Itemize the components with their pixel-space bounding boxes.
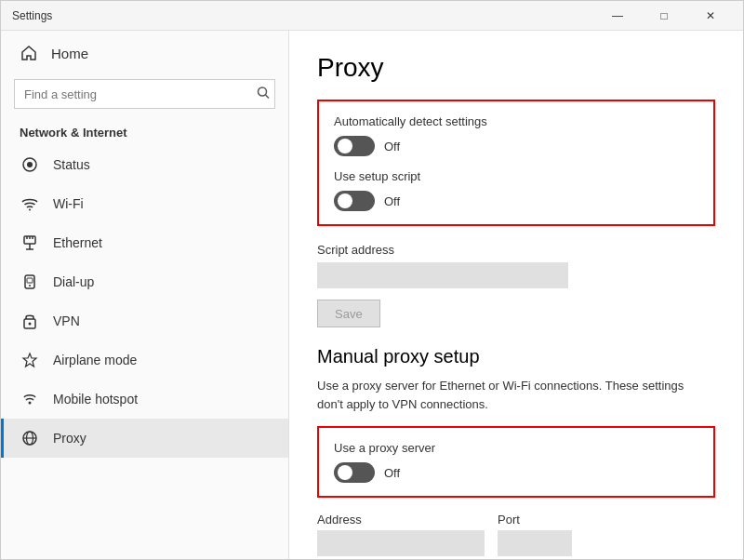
auto-detect-label: Automatically detect settings [334,114,698,128]
setup-script-toggle-label: Off [384,194,400,208]
proxy-server-section: Use a proxy server Off [317,426,715,498]
address-port-row: Address Port [317,513,715,556]
svg-point-3 [27,162,33,167]
home-label: Home [51,46,88,61]
hotspot-icon [20,389,40,409]
script-address-label: Script address [317,243,715,257]
save-button[interactable]: Save [317,300,380,327]
script-address-input[interactable] [317,262,568,288]
main-panel: Proxy Automatically detect settings Off … [289,31,743,559]
address-input[interactable] [317,530,485,556]
sidebar-item-wifi[interactable]: Wi-Fi [1,184,288,223]
sidebar-section-title: Network & Internet [1,118,288,145]
search-input[interactable] [14,79,275,109]
airplane-label: Airplane mode [53,353,137,367]
sidebar-item-hotspot[interactable]: Mobile hotspot [1,380,288,419]
window-title: Settings [12,9,52,22]
use-proxy-label: Use a proxy server [334,441,698,455]
use-setup-script-label: Use setup script [334,169,698,183]
sidebar-item-vpn[interactable]: VPN [1,301,288,340]
proxy-icon [20,428,40,448]
window-controls: — □ ✕ [596,1,732,31]
address-field-group: Address [317,513,485,556]
proxy-toggle-row: Off [334,462,698,483]
auto-detect-toggle[interactable] [334,136,375,156]
auto-proxy-section: Automatically detect settings Off Use se… [317,100,715,226]
svg-point-12 [29,285,31,287]
port-input[interactable] [498,530,572,556]
hotspot-label: Mobile hotspot [53,392,138,407]
settings-window: Settings — □ ✕ Home [0,0,744,560]
setup-script-toggle[interactable] [334,191,375,211]
svg-point-4 [29,209,31,211]
port-label: Port [498,513,572,527]
sidebar-search-container [14,79,275,109]
vpn-label: VPN [53,313,80,328]
ethernet-icon [20,233,40,253]
sidebar-item-airplane[interactable]: Airplane mode [1,340,288,380]
sidebar-item-ethernet[interactable]: Ethernet [1,223,288,262]
ethernet-label: Ethernet [53,235,102,250]
main-content: Home Network & Internet [1,31,743,559]
airplane-icon [20,350,40,370]
sidebar-item-dialup[interactable]: Dial-up [1,262,288,301]
wifi-icon [20,193,40,214]
svg-point-15 [29,323,32,326]
home-icon [20,44,38,62]
close-button[interactable]: ✕ [689,1,732,31]
search-icon-button[interactable] [257,87,270,102]
svg-line-1 [266,95,270,99]
dialup-label: Dial-up [53,274,94,289]
svg-point-0 [259,87,267,96]
vpn-icon [20,311,40,331]
proxy-toggle[interactable] [334,462,375,483]
auto-detect-toggle-label: Off [384,140,400,153]
status-icon [20,154,40,175]
page-title: Proxy [317,53,715,83]
dialup-icon [20,272,40,292]
address-label: Address [317,513,485,527]
proxy-label: Proxy [53,431,86,446]
status-label: Status [53,157,90,172]
svg-rect-13 [27,278,33,283]
sidebar: Home Network & Internet [1,31,289,559]
sidebar-item-proxy[interactable]: Proxy [1,419,288,458]
port-field-group: Port [498,513,572,556]
proxy-toggle-label: Off [384,466,400,480]
minimize-button[interactable]: — [596,1,639,31]
sidebar-item-home[interactable]: Home [1,31,288,75]
sidebar-item-status[interactable]: Status [1,145,288,184]
manual-proxy-desc: Use a proxy server for Ethernet or Wi-Fi… [317,377,708,413]
svg-point-16 [29,402,32,405]
manual-proxy-title: Manual proxy setup [317,346,715,367]
wifi-label: Wi-Fi [53,196,84,211]
auto-detect-row: Off [334,136,698,156]
titlebar: Settings — □ ✕ [1,1,743,31]
maximize-button[interactable]: □ [643,1,685,31]
setup-script-row: Off [334,191,698,211]
